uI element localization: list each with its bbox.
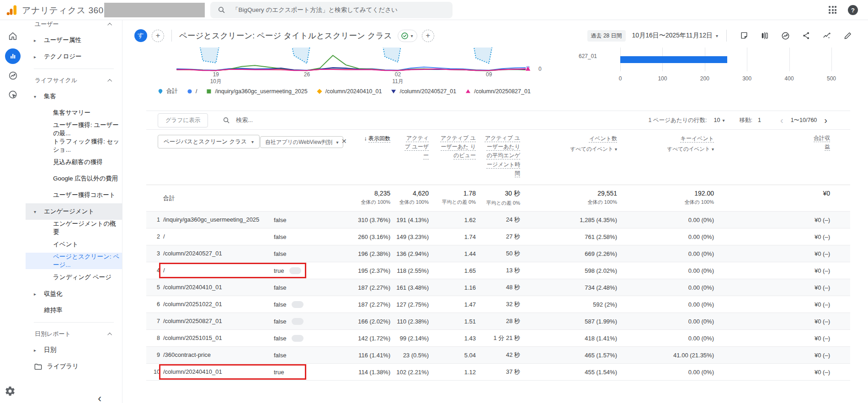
sidebar-item[interactable]: 見込み顧客の獲得: [26, 154, 122, 170]
x-axis-tick: 0211月: [392, 71, 403, 85]
column-header-label: 表示回数: [368, 134, 390, 143]
sidebar-item[interactable]: ▸収益化: [26, 286, 122, 302]
x-axis-tick: 09: [486, 71, 492, 78]
metric-cell: 142 (1.72%): [338, 335, 390, 342]
totals-cell: 1.78平均との差 0%: [429, 190, 476, 211]
metric-cell: 1.16: [429, 284, 476, 291]
goto-page-input[interactable]: 1: [758, 117, 761, 123]
sidebar-item-library[interactable]: ライブラリ: [26, 358, 122, 375]
webview-value: false: [274, 284, 286, 291]
webview-cell: false: [274, 217, 338, 223]
metric-cell: ¥0 (–): [714, 250, 830, 257]
global-search-input[interactable]: 「BigQuery のエクスポート方法」と検索してみてください: [210, 2, 453, 18]
metric-cell: ¥0 (–): [714, 233, 830, 240]
advertising-icon[interactable]: [5, 68, 21, 83]
page-title: ページとスクリーン: ページ タイトルとスクリーン クラス: [179, 30, 392, 41]
sidebar-item[interactable]: ▾エンゲージメント: [26, 203, 122, 220]
sidebar-item[interactable]: ▸テクノロジー: [26, 48, 122, 65]
help-icon[interactable]: ?: [848, 5, 858, 15]
prev-page-icon[interactable]: ‹: [777, 116, 786, 125]
column-header[interactable]: アクティブ ユーザーあたり の平均エンゲージメント時間: [476, 134, 520, 178]
next-page-icon[interactable]: ›: [821, 116, 830, 125]
sidebar-item[interactable]: ページとスクリーン: ページ...: [26, 253, 122, 269]
metric-cell: 187 (2.27%): [338, 284, 390, 291]
loading-shimmer: [292, 318, 304, 325]
add-comparison-button[interactable]: +: [152, 30, 164, 42]
sidebar-item[interactable]: 維持率: [26, 302, 122, 318]
bar-gridline: [747, 48, 747, 71]
sidebar-item[interactable]: エンゲージメントの概要: [26, 220, 122, 236]
chevron-up-icon: [107, 332, 112, 337]
column-header[interactable]: 合計収益: [714, 134, 830, 178]
remove-secondary-dimension-icon[interactable]: ✕: [341, 138, 347, 145]
report-status-badge[interactable]: ▾: [398, 30, 417, 42]
page-path-cell: /column/20250827_01: [160, 318, 274, 325]
rows-per-page-select[interactable]: 10: [714, 117, 720, 123]
reports-icon[interactable]: [5, 48, 21, 64]
totals-label: 合計: [160, 190, 274, 211]
metric-filter-dropdown[interactable]: すべてのイベント ▾: [520, 146, 617, 153]
sidebar-item[interactable]: ユーザー獲得コホート: [26, 187, 122, 203]
sidebar-item[interactable]: Google 広告以外の費用: [26, 170, 122, 187]
column-header[interactable]: アクティブ ユーザーあた りのビュー: [429, 134, 476, 178]
admin-gear-icon[interactable]: [5, 386, 16, 397]
comparison-icon[interactable]: [760, 31, 769, 40]
sidebar-section-header[interactable]: ライフサイクル: [26, 73, 122, 88]
redacted-account-selector[interactable]: [104, 3, 205, 17]
sidebar-item[interactable]: ユーザー獲得: ユーザーの最...: [26, 121, 122, 138]
avatar[interactable]: す: [134, 29, 147, 42]
show-chart-button[interactable]: グラフに表示: [158, 113, 208, 127]
bar-chart-row-label: 627_01: [548, 53, 597, 59]
metric-cell: 1.12: [429, 369, 476, 376]
sidebar-item[interactable]: ランディング ページ: [26, 269, 122, 286]
sidebar-item[interactable]: 集客サマリー: [26, 105, 122, 121]
arrow-right-icon: ▸: [34, 54, 44, 59]
home-icon[interactable]: [5, 28, 21, 44]
dimension-dropdown[interactable]: ページパスとスクリーン クラス ▾: [158, 135, 260, 148]
bar-axis-tick: 100: [658, 75, 667, 82]
page-path-cell: /column/20240410_01: [160, 284, 274, 292]
sidebar-item[interactable]: ▸ユーザー属性: [26, 32, 122, 48]
collapse-sidebar-icon[interactable]: ‹: [98, 392, 101, 403]
table-search-input[interactable]: 検索...: [223, 116, 253, 124]
bar-axis-tick: 200: [700, 75, 709, 82]
webview-cell: false: [274, 335, 338, 342]
check-circle-icon: [400, 32, 409, 40]
metric-cell: 310 (3.76%): [338, 217, 390, 223]
sidebar-item-label: 維持率: [44, 306, 63, 314]
column-header[interactable]: イベント数すべてのイベント ▾: [520, 134, 617, 178]
diamond-legend-icon: [317, 89, 322, 94]
share-icon[interactable]: [802, 31, 811, 40]
google-apps-grid-icon[interactable]: [829, 6, 837, 14]
sidebar-divider: [34, 322, 114, 323]
insights-circle-icon[interactable]: [781, 31, 790, 41]
explore-icon[interactable]: [5, 87, 21, 102]
webview-value: true: [274, 267, 284, 274]
date-range-picker[interactable]: 10月16日〜2025年11月12日 ▾: [632, 32, 718, 40]
sidebar-section-header[interactable]: ユーザー: [26, 20, 122, 32]
metric-cell: 0.00 (0%): [617, 217, 714, 223]
insights-sparkle-icon[interactable]: [822, 31, 832, 41]
sidebar-item[interactable]: ▸日別: [26, 342, 122, 358]
metric-cell: 24 秒: [476, 216, 520, 224]
column-header[interactable]: キーイベントすべてのイベント ▾: [617, 134, 714, 178]
loading-shimmer: [292, 335, 304, 342]
sidebar-section-header[interactable]: 日別レポート: [26, 326, 122, 342]
arrow-right-icon: ▸: [34, 348, 44, 353]
add-report-tab-button[interactable]: +: [422, 30, 434, 42]
sidebar-item[interactable]: トラフィック獲得: セッショ...: [26, 138, 122, 154]
edit-pencil-icon[interactable]: [843, 31, 852, 40]
secondary-dimension-dropdown[interactable]: 自社アプリのWebView判別 ▾: [260, 136, 343, 148]
webview-value: false: [274, 250, 286, 257]
column-header[interactable]: アクティブ ユーザー: [390, 134, 429, 178]
notes-icon[interactable]: [740, 31, 749, 40]
chevron-down-icon[interactable]: ▾: [723, 118, 725, 123]
page-path-cell: /column/20240527_01: [160, 250, 274, 258]
sidebar-item[interactable]: イベント: [26, 236, 122, 253]
sidebar-item-label: トラフィック獲得: セッショ...: [53, 138, 122, 154]
rows-per-page-label: 1 ページあたりの行数:: [648, 117, 707, 124]
google-analytics-logo-icon[interactable]: [5, 4, 18, 16]
metric-filter-dropdown[interactable]: すべてのイベント ▾: [617, 146, 714, 153]
sidebar-item[interactable]: ▾集客: [26, 88, 122, 105]
metric-cell: 0.00 (0%): [617, 284, 714, 291]
